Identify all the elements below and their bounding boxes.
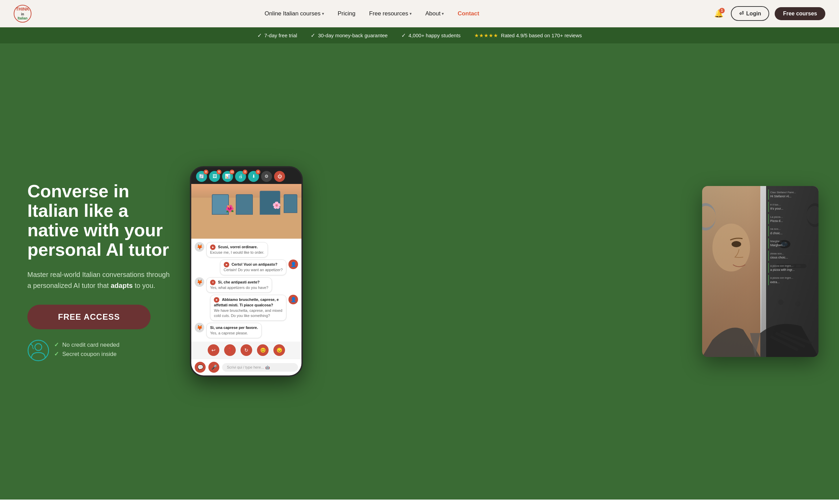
ai-chat-line-3: La pizza... Pizza d...: [768, 214, 816, 224]
phone-btn-refresh[interactable]: 🔄8: [196, 171, 207, 182]
nav-about[interactable]: About ▾: [420, 8, 449, 20]
ai-chat-line-4: na sco... d choic...: [768, 226, 816, 236]
star-icons: ★★★★★: [474, 32, 498, 39]
flower-icon-2: 🌸: [272, 201, 281, 209]
logo-think: THINK: [16, 6, 29, 12]
trust-trial: ✓ 7-day free trial: [257, 32, 297, 39]
phone-icons: 🔄8 🖼5 📊13 🖨3 ⬇4 ⚙ ⏻: [196, 171, 285, 182]
logo-italian: Italian: [18, 16, 28, 20]
action-btn-retry[interactable]: ↻: [241, 344, 252, 356]
play-icon-3[interactable]: [214, 297, 219, 303]
chat-message-5: 🦊 Sì, una caprese per favore. Yes, a cap…: [195, 323, 283, 338]
chevron-down-icon: ▾: [442, 11, 444, 16]
play-icon-2[interactable]: [224, 262, 229, 267]
svg-point-2: [30, 343, 31, 345]
chat-message-2: 👤 Certo! Vuoi un antipasto? Certain! Do …: [220, 260, 298, 275]
nav-right: 🔔 1 ⏎ Login Free courses: [712, 6, 825, 21]
chat-avatar-fox: 🦊: [195, 242, 204, 252]
hero-section: Converse in Italian like a native with y…: [0, 43, 839, 500]
chat-avatar-user: 👤: [288, 260, 298, 269]
phone-btn-print[interactable]: 🖨3: [235, 171, 246, 182]
phone-btn-settings[interactable]: ⚙: [261, 171, 272, 182]
chat-text-5: Sì, una caprese per favore. Yes, a capre…: [206, 323, 262, 338]
badge-13: 13: [230, 170, 234, 174]
action-btn-sad[interactable]: 😞: [273, 344, 285, 356]
phone-btn-stats[interactable]: 📊13: [222, 171, 233, 182]
hero-left: Converse in Italian like a native with y…: [27, 57, 171, 486]
chat-area: 🦊 Scusi, vorrei ordinare. Excuse me, I w…: [191, 239, 301, 342]
mic-icon[interactable]: 🎤: [208, 362, 219, 373]
ai-chat-line-5: Marghe... Margheri...: [768, 238, 816, 249]
login-button[interactable]: ⏎ Login: [731, 6, 770, 21]
scene-window-4: [284, 194, 297, 213]
flower-icon: 🌺: [225, 204, 234, 213]
badge-3: 3: [243, 170, 247, 174]
bullet-coupon: Secret coupon inside: [54, 350, 119, 358]
notification-bell[interactable]: 🔔 1: [712, 7, 725, 20]
phone-btn-image[interactable]: 🖼5: [209, 171, 220, 182]
phone-top-bar: 🔄8 🖼5 📊13 🖨3 ⬇4 ⚙ ⏻: [191, 168, 301, 184]
chat-icon[interactable]: 💬: [195, 362, 206, 373]
action-btn-help[interactable]: ❓: [224, 344, 236, 356]
hero-title: Converse in Italian like a native with y…: [27, 182, 171, 260]
chat-text-4: Abbiamo bruschette, caprese, e affettati…: [210, 295, 286, 321]
avatar-icon: [27, 340, 49, 361]
hero-subtitle: Master real-world Italian conversations …: [27, 269, 171, 291]
nav-pricing[interactable]: Pricing: [332, 8, 361, 20]
check-icon: ✓: [311, 32, 315, 39]
trust-guarantee: ✓ 30-day money-back guarantee: [311, 32, 387, 39]
free-courses-button[interactable]: Free courses: [775, 7, 825, 20]
logo[interactable]: THINK in Italian: [14, 5, 31, 23]
phone-input-field[interactable]: Scrivi qui / type here... 🤖: [222, 363, 298, 372]
bullet-list: No credit card needed Secret coupon insi…: [54, 341, 119, 360]
svg-point-3: [712, 224, 750, 271]
avatar-row: No credit card needed Secret coupon insi…: [27, 340, 171, 361]
nav-free-resources[interactable]: Free resources ▾: [364, 8, 417, 20]
chat-avatar-fox-2: 🦊: [195, 277, 204, 287]
ai-chat-line-7: a pizza con ingre... a pizza with ingr..…: [768, 263, 816, 273]
free-access-button[interactable]: FREE ACCESS: [27, 305, 151, 329]
logo-in: in: [21, 12, 24, 16]
trust-rating: ★★★★★ Rated 4.9/5 based on 170+ reviews: [474, 32, 582, 39]
chat-message-1: 🦊 Scusi, vorrei ordinare. Excuse me, I w…: [195, 242, 283, 257]
login-icon: ⏎: [739, 10, 744, 17]
ai-chat-line-1: Ciao Stefano! Fami... Hi Stefano! Al...: [768, 189, 816, 200]
chat-text-3: Sì, che antipasti avete? Yes, what appet…: [206, 277, 272, 293]
navbar: THINK in Italian Online Italian courses …: [0, 0, 839, 27]
phone-action-row: ↩ ❓ ↻ 😊 😞: [191, 342, 301, 359]
ai-chat-line-2: è il tuo... It's your...: [768, 202, 816, 212]
check-icon: ✓: [257, 32, 262, 39]
ai-chat-line-8: a pizza con ingre... extra...: [768, 275, 816, 285]
nav-contact[interactable]: Contact: [452, 8, 485, 20]
chevron-down-icon: ▾: [322, 11, 324, 16]
badge-5: 5: [217, 170, 221, 174]
nav-center: Online Italian courses ▾ Pricing Free re…: [259, 8, 485, 20]
chat-text-1: Scusi, vorrei ordinare. Excuse me, I wou…: [206, 242, 268, 257]
phone-input-area: 💬 🎤 Scrivi qui / type here... 🤖: [191, 359, 301, 375]
hero-phone-panel: 🔄8 🖼5 📊13 🖨3 ⬇4 ⚙ ⏻: [185, 57, 308, 486]
pause-icon[interactable]: [210, 280, 216, 285]
phone-btn-power[interactable]: ⏻: [274, 171, 285, 182]
play-icon[interactable]: [210, 244, 216, 250]
check-icon: ✓: [401, 32, 406, 39]
chat-avatar-user-2: 👤: [288, 295, 298, 304]
chevron-down-icon: ▾: [410, 11, 412, 16]
scene-window-2: [236, 194, 253, 215]
ai-chat-line-6: ziosa sco... cious choic...: [768, 251, 816, 261]
badge-4: 4: [256, 170, 260, 174]
ai-image-frame: Ciao Stefano! Fami... Hi Stefano! Al... …: [702, 186, 818, 357]
action-btn-undo[interactable]: ↩: [208, 344, 219, 356]
ai-chat-panel: Ciao Stefano! Fami... Hi Stefano! Al... …: [766, 186, 818, 357]
chat-avatar-fox-3: 🦊: [195, 323, 204, 332]
svg-point-1: [35, 344, 42, 350]
trust-bar: ✓ 7-day free trial ✓ 30-day money-back g…: [0, 27, 839, 43]
svg-point-4: [732, 241, 741, 247]
chat-message-3: 🦊 Sì, che antipasti avete? Yes, what app…: [195, 277, 283, 293]
chat-message-4: 👤 Abbiamo bruschette, caprese, e affetta…: [210, 295, 298, 321]
hero-right: Ciao Stefano! Fami... Hi Stefano! Al... …: [322, 57, 818, 486]
action-btn-happy[interactable]: 😊: [257, 344, 269, 356]
phone-scene: 🌺 🌸: [191, 184, 301, 239]
phone-mockup: 🔄8 🖼5 📊13 🖨3 ⬇4 ⚙ ⏻: [190, 166, 303, 377]
phone-btn-download[interactable]: ⬇4: [248, 171, 259, 182]
nav-online-italian[interactable]: Online Italian courses ▾: [259, 8, 329, 20]
